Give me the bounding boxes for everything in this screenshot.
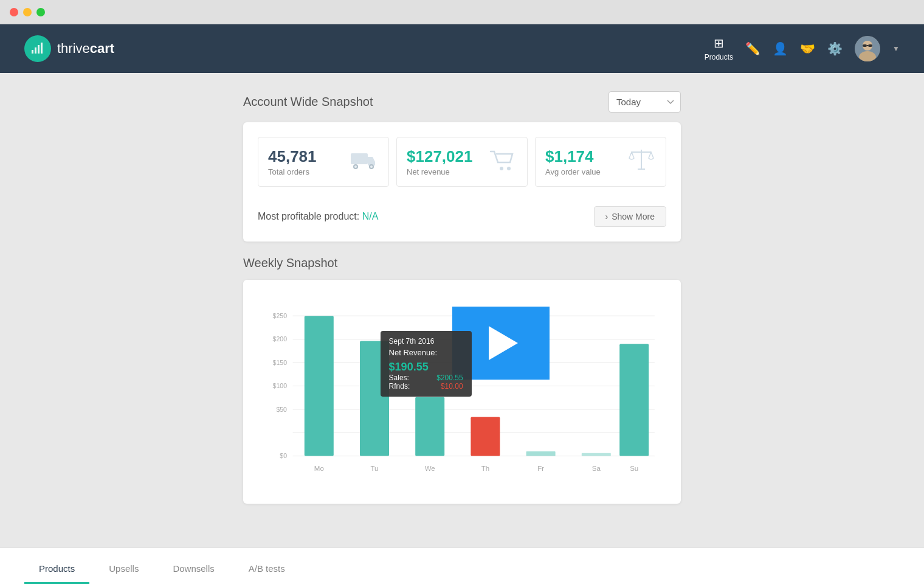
svg-rect-8 <box>863 44 867 47</box>
main-content: Account Wide Snapshot Today This Week Th… <box>231 73 693 537</box>
stat-avg-text: $1,174 Avg order value <box>545 147 618 176</box>
svg-text:Mo: Mo <box>314 465 324 472</box>
browser-dot-red[interactable] <box>10 8 18 16</box>
tooltip-sales-row: Sales: $200.55 <box>389 374 463 382</box>
nav-affiliates[interactable]: 🤝 <box>800 41 815 56</box>
tab-abtests[interactable]: A/B tests <box>234 555 300 584</box>
nav-settings[interactable]: ⚙️ <box>827 41 843 56</box>
svg-rect-1 <box>35 47 36 54</box>
svg-rect-36 <box>415 397 444 456</box>
svg-point-15 <box>370 165 373 168</box>
tooltip-sales-value: $200.55 <box>436 374 463 382</box>
stat-avg-value: $1,174 <box>545 147 618 166</box>
user-icon: 👤 <box>773 41 788 56</box>
tab-downsells[interactable]: Downsells <box>158 555 229 584</box>
profitable-value[interactable]: N/A <box>362 211 379 221</box>
snapshot-title: Account Wide Snapshot <box>243 95 373 109</box>
brand-name: thrivecart <box>57 41 114 57</box>
user-dropdown-arrow[interactable]: ▼ <box>892 44 900 53</box>
stat-revenue-value: $127,021 <box>407 147 480 166</box>
chart-container: Sept 7th 2016 Net Revenue: $190.55 Sales… <box>258 294 666 489</box>
svg-text:We: We <box>425 465 435 472</box>
browser-dot-green[interactable] <box>36 8 45 16</box>
svg-text:Th: Th <box>481 465 489 472</box>
pencil-icon: ✏️ <box>745 41 760 56</box>
svg-rect-39 <box>582 453 611 456</box>
show-more-button[interactable]: › Show More <box>594 206 666 227</box>
play-icon <box>489 326 518 360</box>
gear-icon: ⚙️ <box>827 41 843 56</box>
svg-text:Su: Su <box>630 465 638 472</box>
tab-products[interactable]: Products <box>24 555 89 584</box>
svg-text:$250: $250 <box>273 312 288 319</box>
chevron-right-icon: › <box>605 212 609 221</box>
svg-rect-34 <box>305 316 334 456</box>
stat-orders-text: 45,781 Total orders <box>268 147 341 176</box>
svg-rect-3 <box>41 43 43 54</box>
chart-card: Sept 7th 2016 Net Revenue: $190.55 Sales… <box>243 280 681 504</box>
svg-rect-11 <box>351 153 368 164</box>
grid-icon: ⊞ <box>714 36 724 50</box>
svg-text:Sa: Sa <box>592 465 601 472</box>
tooltip-date: Sept 7th 2016 <box>389 337 463 346</box>
svg-rect-2 <box>38 45 40 54</box>
navbar-right: ⊞ Products ✏️ 👤 🤝 ⚙️ ▼ <box>705 36 900 61</box>
profitable-row: Most profitable product: N/A › Show More <box>258 201 666 227</box>
user-avatar[interactable] <box>855 36 880 61</box>
svg-point-14 <box>354 165 357 168</box>
handshake-icon: 🤝 <box>800 41 815 56</box>
stats-card: 45,781 Total orders $127,021 <box>243 122 681 242</box>
svg-rect-10 <box>867 45 868 46</box>
stat-revenue-label: Net revenue <box>407 167 480 176</box>
profitable-text: Most profitable product: N/A <box>258 211 378 222</box>
nav-users[interactable]: 👤 <box>773 41 788 56</box>
truck-icon <box>350 148 379 175</box>
tooltip-net-label: Net Revenue: <box>389 348 463 357</box>
tooltip-refunds-row: Rfnds: $10.00 <box>389 382 463 391</box>
cart-icon <box>488 148 517 176</box>
stat-avg-order: $1,174 Avg order value <box>535 137 666 187</box>
svg-text:$50: $50 <box>276 406 287 413</box>
svg-rect-38 <box>526 451 556 456</box>
scales-icon <box>627 147 656 176</box>
svg-point-17 <box>507 167 511 170</box>
stat-total-orders: 45,781 Total orders <box>258 137 389 187</box>
stat-avg-label: Avg order value <box>545 167 618 176</box>
svg-rect-9 <box>868 44 872 47</box>
svg-rect-40 <box>619 344 649 456</box>
snapshot-header: Account Wide Snapshot Today This Week Th… <box>243 91 681 113</box>
stat-orders-label: Total orders <box>268 167 341 176</box>
weekly-section: Weekly Snapshot Sept 7th 2016 Net Revenu… <box>243 256 681 504</box>
stat-net-revenue: $127,021 Net revenue <box>396 137 528 187</box>
stats-row: 45,781 Total orders $127,021 <box>258 137 666 187</box>
svg-text:$200: $200 <box>273 335 288 342</box>
tooltip-refunds-value: $10.00 <box>441 382 463 391</box>
svg-point-16 <box>500 167 503 170</box>
browser-chrome <box>0 0 924 24</box>
brand[interactable]: thrivecart <box>24 35 114 62</box>
svg-text:Tu: Tu <box>370 465 378 472</box>
nav-products[interactable]: ⊞ Products <box>705 36 733 61</box>
chart-tooltip: Sept 7th 2016 Net Revenue: $190.55 Sales… <box>381 331 472 397</box>
period-dropdown[interactable]: Today This Week This Month This Year <box>609 91 681 113</box>
brand-icon <box>24 35 51 62</box>
svg-rect-37 <box>471 417 500 456</box>
svg-text:$0: $0 <box>280 452 287 459</box>
svg-text:$100: $100 <box>273 382 288 389</box>
nav-edit[interactable]: ✏️ <box>745 41 760 56</box>
browser-dot-yellow[interactable] <box>23 8 32 16</box>
stat-orders-value: 45,781 <box>268 147 341 166</box>
stat-revenue-text: $127,021 Net revenue <box>407 147 480 176</box>
weekly-title: Weekly Snapshot <box>243 256 681 270</box>
navbar: thrivecart ⊞ Products ✏️ 👤 🤝 ⚙️ <box>0 24 924 73</box>
bottom-tabs: Products Upsells Downsells A/B tests <box>0 548 924 584</box>
svg-text:$150: $150 <box>273 359 288 366</box>
svg-text:Fr: Fr <box>537 465 544 472</box>
tooltip-net-value: $190.55 <box>389 361 463 374</box>
tab-upsells[interactable]: Upsells <box>94 555 153 584</box>
svg-rect-0 <box>32 50 33 54</box>
